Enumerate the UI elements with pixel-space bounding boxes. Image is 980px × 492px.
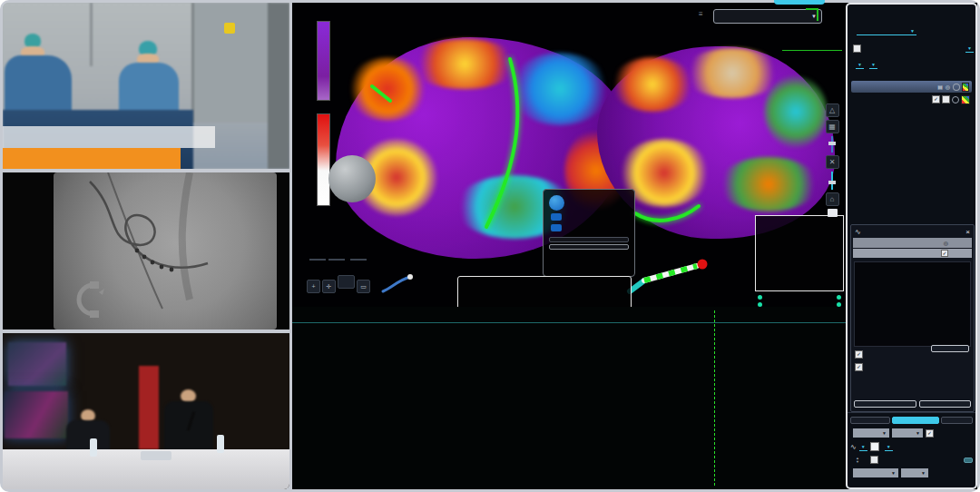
- all-select[interactable]: ▼: [892, 428, 923, 438]
- marker-list-panel: ∿ × ◎ ✓ ✓: [850, 224, 975, 412]
- waveform-panel[interactable]: [292, 307, 848, 489]
- marker-visible-checkbox[interactable]: ✓: [941, 250, 948, 257]
- hov-select[interactable]: ▼: [853, 428, 889, 438]
- marker-color-swatch[interactable]: [870, 442, 879, 451]
- sidebar-panel: ▼ ✓ ▼ ▼ ▼ ▤ ◎: [846, 3, 977, 489]
- ctr-checkbox[interactable]: ✓: [853, 44, 861, 53]
- status-dot: [758, 302, 762, 307]
- reference-row: ✓ ▼: [853, 44, 974, 53]
- velocity-value: [328, 259, 345, 261]
- conference-video-panel: [3, 333, 289, 489]
- iv-pole: [90, 3, 93, 66]
- viewport-bracket: [817, 8, 818, 21]
- project-dropdown[interactable]: ▼: [869, 61, 877, 69]
- mapping-system-region: ▼ ≡: [292, 3, 977, 489]
- status-dot: [837, 302, 841, 307]
- voltage-scale-bar[interactable]: [317, 21, 330, 101]
- start-model-button[interactable]: [850, 417, 890, 424]
- force-scale-bar[interactable]: [317, 113, 330, 206]
- top-accent-tab: [774, 0, 825, 5]
- map-toolbar: +✛▭: [307, 275, 372, 293]
- torso-crosshair-h: [782, 50, 842, 51]
- zoom-slider[interactable]: [831, 136, 833, 153]
- caliper-cursor[interactable]: [714, 310, 715, 487]
- reset-fti-button[interactable]: [549, 237, 629, 242]
- menu-icon[interactable]: ≡: [699, 10, 703, 18]
- tag-catheter-select[interactable]: ▼: [853, 468, 898, 477]
- link-icon[interactable]: [952, 96, 959, 103]
- status-dot: [758, 295, 762, 300]
- reset-force-button[interactable]: [549, 244, 629, 250]
- white-swatch[interactable]: [828, 209, 838, 217]
- map-type-dropdown[interactable]: ▼: [856, 61, 864, 69]
- stop-rf-button[interactable]: [941, 417, 973, 424]
- fluoroscopy-panel: [3, 172, 289, 330]
- torso-reference[interactable]: [800, 14, 842, 97]
- complete-marker-button[interactable]: [964, 458, 973, 463]
- delete-button[interactable]: [931, 345, 969, 352]
- screen: ▼ ≡: [0, 0, 980, 492]
- name-card: [141, 451, 172, 460]
- current-map-dropdown[interactable]: ▼: [857, 28, 916, 35]
- c-arm-icon: [63, 280, 106, 320]
- link-icon[interactable]: [953, 84, 960, 91]
- map-viewport[interactable]: ▼ ≡: [292, 3, 848, 307]
- clip-tool-icon[interactable]: ✕: [826, 155, 839, 169]
- tf-badge: [549, 195, 564, 211]
- marker-select-dropdown[interactable]: ▼: [859, 443, 867, 451]
- marker-row[interactable]: ✓: [853, 249, 972, 258]
- visibility-checkbox[interactable]: ✓: [932, 95, 940, 103]
- velocity-readout: [307, 259, 369, 261]
- marker-icon: ∿: [850, 443, 857, 451]
- surface-root-row[interactable]: ✓ ✓: [851, 94, 972, 104]
- show-hide-checkbox[interactable]: ✓: [855, 350, 863, 359]
- score-panel: [755, 215, 844, 291]
- polarity-dropdown[interactable]: ▼: [965, 44, 974, 53]
- red-banner: [139, 366, 159, 449]
- eye-icon[interactable]: ◎: [945, 84, 950, 90]
- pan-slider[interactable]: [831, 172, 833, 190]
- show-text-checkbox[interactable]: ✓: [855, 363, 863, 371]
- map-patch: [682, 48, 782, 98]
- sync-tag-checkbox[interactable]: ✓: [926, 429, 934, 438]
- tag-electrode-select[interactable]: ▼: [901, 468, 928, 477]
- ruler-line: [292, 322, 848, 323]
- or-wall-right: [268, 3, 289, 169]
- map-patch: [410, 39, 519, 89]
- presentation-screen-1: [8, 342, 66, 386]
- marker-list-body[interactable]: [854, 261, 971, 347]
- marker-name-dropdown[interactable]: ▼: [885, 443, 893, 451]
- triangle-tool-icon[interactable]: △: [826, 103, 839, 117]
- cl-tool[interactable]: [338, 275, 355, 289]
- ablation-panel: [457, 276, 632, 307]
- hospital-caption-strip: [3, 148, 181, 169]
- radiation-sign-icon: [224, 23, 235, 34]
- status-panel: [755, 293, 844, 307]
- frame-icon[interactable]: ▭: [357, 280, 370, 293]
- show-all-markers-button[interactable]: [854, 400, 916, 408]
- secondary-checkbox[interactable]: ✓: [942, 95, 950, 103]
- list-icon[interactable]: ▤: [937, 84, 943, 90]
- thickness-stepper[interactable]: ▲▼: [856, 457, 859, 464]
- crosshair-icon[interactable]: ✛: [322, 280, 336, 293]
- lock-icon[interactable]: ⌂: [826, 192, 839, 206]
- close-icon[interactable]: ×: [965, 228, 970, 236]
- map-patch: [719, 157, 818, 212]
- start-automap-button[interactable]: [892, 417, 939, 424]
- add-icon[interactable]: +: [307, 280, 320, 293]
- cutout-checkbox[interactable]: ✓: [870, 456, 878, 464]
- force-axial-icon: [551, 213, 562, 221]
- force-lateral-icon: [551, 224, 562, 231]
- move-marker-button[interactable]: [919, 400, 971, 408]
- color-swatch[interactable]: [961, 95, 970, 104]
- automap-panel: ▼ ▼ ✓ ∿ ▼ ▼ ▲▼ ✓: [848, 412, 975, 489]
- palette-swatch[interactable]: [962, 83, 969, 92]
- water-bottle: [217, 435, 224, 453]
- velocity-value: [309, 259, 326, 261]
- force-panel: [543, 189, 635, 277]
- status-dot: [837, 295, 841, 300]
- water-bottle: [90, 438, 97, 457]
- layers-tool-icon[interactable]: ▦: [826, 120, 839, 133]
- view-toolbar: △ ▦ ✕ ⌂: [822, 101, 842, 220]
- mini-catheter-icon: [379, 271, 416, 295]
